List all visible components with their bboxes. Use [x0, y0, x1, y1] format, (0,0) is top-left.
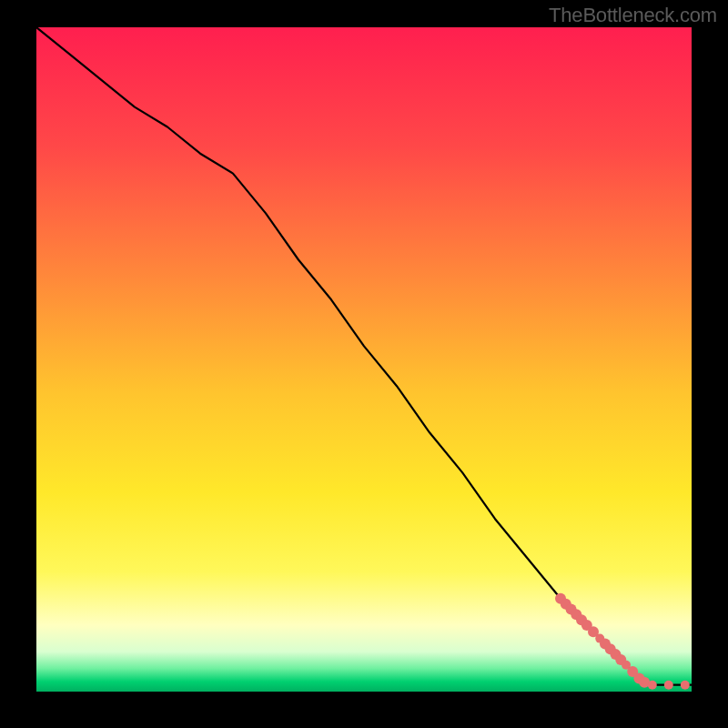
gradient-background: [36, 27, 692, 692]
highlight-dot: [664, 681, 673, 690]
chart-svg: [36, 27, 692, 692]
attribution-text: TheBottleneck.com: [549, 4, 717, 27]
chart-stage: TheBottleneck.com: [0, 0, 728, 728]
plot-area: [36, 27, 692, 692]
highlight-dot: [648, 681, 657, 690]
highlight-dot: [681, 681, 690, 690]
